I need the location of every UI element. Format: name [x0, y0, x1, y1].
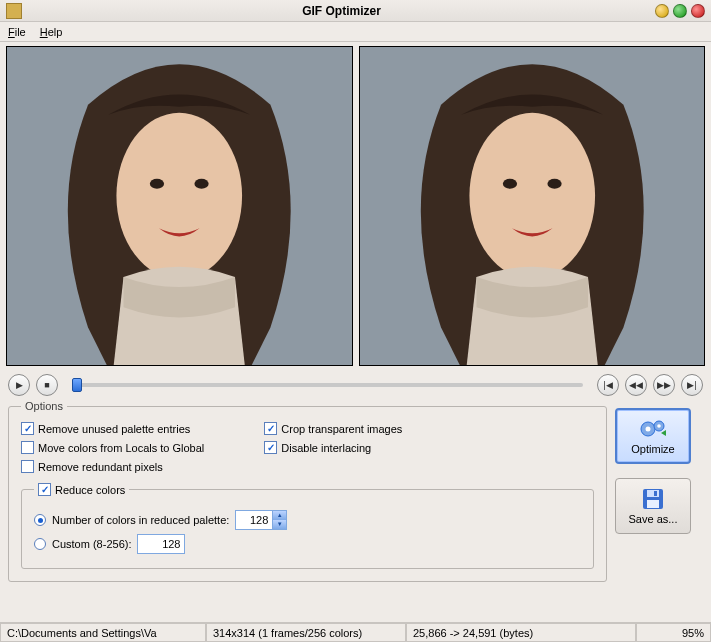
radio-label: Custom (8-256): [52, 538, 131, 550]
chk-move-colors[interactable]: Move colors from Locals to Global [21, 441, 204, 454]
svg-rect-13 [647, 490, 659, 497]
svg-point-6 [502, 179, 516, 189]
reduce-colors-group: ✓ Reduce colors Number of colors in redu… [21, 483, 594, 569]
num-colors-field[interactable]: 128 ▲▼ [235, 510, 287, 530]
optimize-button[interactable]: Optimize [615, 408, 691, 464]
svg-point-2 [150, 179, 164, 189]
action-column: Optimize Save as... [615, 400, 703, 582]
next-frame-button[interactable]: ▶▶ [653, 374, 675, 396]
checkbox-icon: ✓ [264, 441, 277, 454]
menu-help[interactable]: Help [40, 26, 63, 38]
stop-button[interactable]: ■ [36, 374, 58, 396]
playback-controls: ▶ ■ |◀ ◀◀ ▶▶ ▶| [0, 370, 711, 400]
chk-remove-redundant[interactable]: Remove redundant pixels [21, 460, 204, 473]
status-path: C:\Documents and Settings\Va [0, 623, 206, 642]
svg-point-9 [646, 427, 651, 432]
svg-point-7 [547, 179, 561, 189]
reduce-legend[interactable]: ✓ Reduce colors [34, 483, 129, 496]
svg-point-5 [469, 113, 595, 279]
custom-value: 128 [138, 538, 184, 550]
options-group: Options ✓ Remove unused palette entries … [8, 400, 607, 582]
chk-remove-unused[interactable]: ✓ Remove unused palette entries [21, 422, 204, 435]
optimize-label: Optimize [631, 443, 674, 455]
window-controls [655, 4, 705, 18]
chk-crop-transparent[interactable]: ✓ Crop transparent images [264, 422, 402, 435]
options-legend: Options [21, 400, 67, 412]
save-as-label: Save as... [629, 513, 678, 525]
chk-label: Remove redundant pixels [38, 461, 163, 473]
svg-point-11 [657, 424, 661, 428]
radio-icon [34, 538, 46, 550]
maximize-button[interactable] [673, 4, 687, 18]
checkbox-icon: ✓ [21, 422, 34, 435]
prev-frame-button[interactable]: ◀◀ [625, 374, 647, 396]
main-row: Options ✓ Remove unused palette entries … [0, 400, 711, 582]
checkbox-icon [21, 460, 34, 473]
preview-row [0, 42, 711, 370]
reduce-legend-label: Reduce colors [55, 484, 125, 496]
radio-num-colors[interactable]: Number of colors in reduced palette: 128… [34, 510, 581, 530]
chk-label: Remove unused palette entries [38, 423, 190, 435]
titlebar: GIF Optimizer [0, 0, 711, 22]
svg-point-1 [116, 113, 242, 279]
status-dimensions: 314x314 (1 frames/256 colors) [206, 623, 406, 642]
menu-file[interactable]: File [8, 26, 26, 38]
chk-label: Move colors from Locals to Global [38, 442, 204, 454]
checkbox-icon [21, 441, 34, 454]
window-title: GIF Optimizer [28, 4, 655, 18]
radio-icon [34, 514, 46, 526]
close-button[interactable] [691, 4, 705, 18]
radio-custom[interactable]: Custom (8-256): 128 [34, 534, 581, 554]
chk-disable-interlacing[interactable]: ✓ Disable interlacing [264, 441, 402, 454]
preview-original [6, 46, 353, 366]
status-bytes: 25,866 -> 24,591 (bytes) [406, 623, 636, 642]
svg-point-3 [194, 179, 208, 189]
svg-rect-15 [654, 491, 657, 496]
floppy-icon [640, 487, 666, 511]
statusbar: C:\Documents and Settings\Va 314x314 (1 … [0, 622, 711, 642]
gears-icon [639, 417, 667, 441]
chk-label: Crop transparent images [281, 423, 402, 435]
app-icon [6, 3, 22, 19]
first-frame-button[interactable]: |◀ [597, 374, 619, 396]
custom-field[interactable]: 128 [137, 534, 185, 554]
num-colors-value: 128 [236, 514, 272, 526]
checkbox-icon: ✓ [264, 422, 277, 435]
frame-slider[interactable] [72, 383, 583, 387]
play-button[interactable]: ▶ [8, 374, 30, 396]
checkbox-icon: ✓ [38, 483, 51, 496]
minimize-button[interactable] [655, 4, 669, 18]
status-percent: 95% [636, 623, 711, 642]
save-as-button[interactable]: Save as... [615, 478, 691, 534]
svg-rect-14 [647, 500, 659, 508]
slider-thumb[interactable] [72, 378, 82, 392]
spinner-icon[interactable]: ▲▼ [272, 511, 286, 529]
options-column: Options ✓ Remove unused palette entries … [8, 400, 607, 582]
preview-optimized [359, 46, 706, 366]
radio-label: Number of colors in reduced palette: [52, 514, 229, 526]
last-frame-button[interactable]: ▶| [681, 374, 703, 396]
menubar: File Help [0, 22, 711, 42]
chk-label: Disable interlacing [281, 442, 371, 454]
